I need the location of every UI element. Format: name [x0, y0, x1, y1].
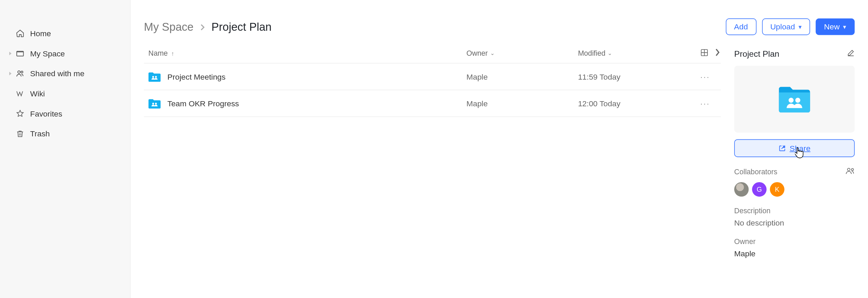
- svg-point-2: [21, 71, 23, 73]
- details-panel: Project Plan Share Collaborators: [734, 43, 855, 298]
- manage-collaborators-icon[interactable]: [846, 167, 855, 177]
- home-icon: [16, 29, 25, 38]
- sidebar-item-wiki[interactable]: Wiki: [0, 84, 130, 104]
- sidebar: Home My Space Shared with me Wiki Favori…: [0, 0, 130, 298]
- sidebar-item-label: Home: [30, 29, 51, 38]
- description-label: Description: [734, 207, 770, 215]
- toolbar-actions: Add Upload▾ New▾: [726, 18, 855, 35]
- expand-icon[interactable]: [5, 51, 15, 56]
- new-button[interactable]: New▾: [816, 18, 855, 35]
- share-button[interactable]: Share: [734, 139, 855, 157]
- sidebar-item-label: Shared with me: [30, 69, 85, 78]
- sidebar-item-favorites[interactable]: Favorites: [0, 104, 130, 124]
- breadcrumb-current: Project Plan: [212, 20, 272, 33]
- people-icon: [16, 69, 25, 78]
- sidebar-item-label: My Space: [30, 49, 65, 58]
- file-owner: Maple: [467, 99, 488, 108]
- chevron-down-icon: ⌄: [490, 50, 495, 56]
- expand-icon[interactable]: [5, 71, 15, 76]
- sidebar-item-home[interactable]: Home: [0, 23, 130, 43]
- sort-ascending-icon: ↑: [171, 50, 174, 57]
- star-icon: [16, 109, 25, 118]
- svg-point-7: [155, 103, 157, 104]
- avatar[interactable]: K: [770, 182, 784, 197]
- more-actions-icon[interactable]: ···: [700, 99, 710, 108]
- collaborators-label: Collaborators: [734, 168, 777, 176]
- sidebar-item-trash[interactable]: Trash: [0, 124, 130, 144]
- column-name[interactable]: Name ↑: [144, 49, 467, 57]
- file-list: Name ↑ Owner ⌄ Modified ⌄: [144, 43, 721, 298]
- file-modified: 11:59 Today: [578, 72, 621, 81]
- svg-point-5: [155, 76, 157, 78]
- owner-value: Maple: [734, 249, 855, 258]
- description-value: No description: [734, 218, 855, 227]
- add-button[interactable]: Add: [726, 18, 756, 35]
- share-icon: [778, 144, 786, 152]
- owner-label: Owner: [734, 237, 755, 245]
- file-name: Team OKR Progress: [167, 99, 239, 108]
- breadcrumb-parent[interactable]: My Space: [144, 20, 194, 33]
- file-owner: Maple: [467, 72, 488, 81]
- chevron-down-icon: ▾: [843, 24, 846, 30]
- avatar[interactable]: [734, 182, 749, 197]
- breadcrumb: My Space Project Plan: [144, 20, 272, 33]
- wiki-icon: [16, 89, 25, 98]
- file-modified: 12:00 Today: [578, 99, 621, 108]
- svg-point-1: [18, 71, 20, 73]
- more-actions-icon[interactable]: ···: [700, 72, 710, 81]
- chevron-right-icon: [199, 20, 206, 33]
- grid-view-icon[interactable]: [700, 48, 709, 58]
- shared-folder-icon: [149, 98, 161, 108]
- sidebar-item-label: Trash: [30, 129, 50, 138]
- folder-preview: [734, 66, 855, 133]
- column-modified[interactable]: Modified ⌄: [578, 49, 690, 57]
- svg-point-4: [152, 76, 154, 78]
- collapse-panel-icon[interactable]: [714, 49, 721, 58]
- file-name: Project Meetings: [167, 72, 226, 81]
- folder-icon: [16, 49, 25, 58]
- avatar[interactable]: G: [752, 182, 766, 197]
- sidebar-item-label: Favorites: [30, 109, 62, 118]
- sidebar-item-label: Wiki: [30, 89, 45, 98]
- sidebar-item-my-space[interactable]: My Space: [0, 43, 130, 64]
- shared-folder-icon: [149, 71, 161, 81]
- sidebar-item-shared-with-me[interactable]: Shared with me: [0, 64, 130, 84]
- column-owner[interactable]: Owner ⌄: [467, 49, 578, 57]
- chevron-down-icon: ▾: [799, 24, 802, 30]
- svg-point-9: [795, 98, 801, 103]
- edit-icon[interactable]: [847, 49, 855, 58]
- svg-point-8: [789, 98, 794, 103]
- details-title: Project Plan: [734, 49, 779, 58]
- svg-point-10: [847, 168, 850, 171]
- collaborator-avatars: G K: [734, 182, 855, 197]
- table-row[interactable]: Team OKR Progress Maple 12:00 Today ···: [144, 90, 721, 117]
- main-area: My Space Project Plan Add Upload▾ New▾ N…: [130, 0, 868, 298]
- svg-point-6: [152, 103, 154, 104]
- svg-point-11: [852, 168, 854, 171]
- trash-icon: [16, 129, 25, 138]
- table-row[interactable]: Project Meetings Maple 11:59 Today ···: [144, 64, 721, 90]
- upload-button[interactable]: Upload▾: [762, 18, 810, 35]
- table-header: Name ↑ Owner ⌄ Modified ⌄: [144, 43, 721, 64]
- chevron-down-icon: ⌄: [608, 50, 612, 56]
